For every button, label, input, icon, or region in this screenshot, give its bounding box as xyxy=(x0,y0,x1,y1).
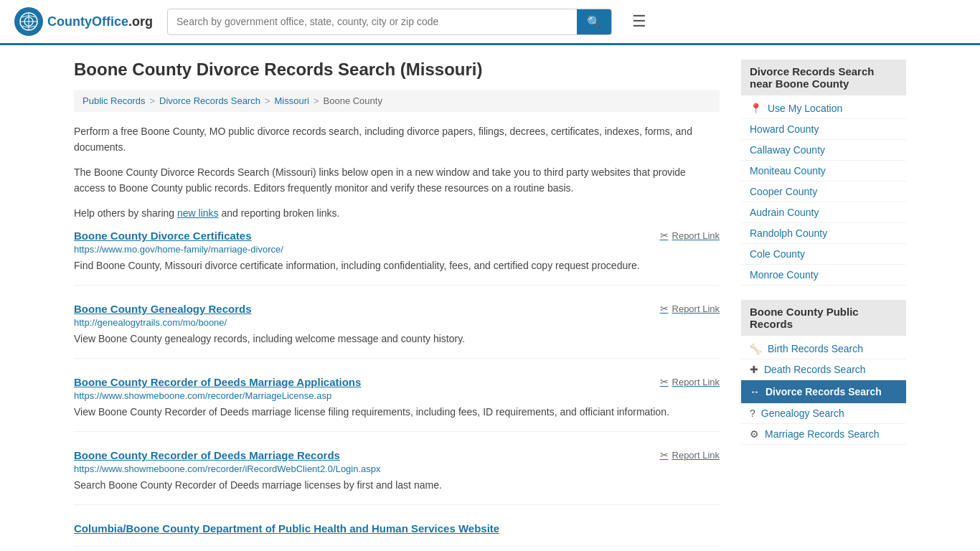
sidebar-item-cooper[interactable]: Cooper County xyxy=(741,182,906,202)
result-item: Boone County Genealogy Records ✂ Report … xyxy=(74,303,720,359)
breadcrumb-boone-county: Boone County xyxy=(324,95,382,106)
report-icon: ✂ xyxy=(660,230,669,241)
result-item: Boone County Recorder of Deeds Marriage … xyxy=(74,376,720,432)
report-link-3[interactable]: ✂ Report Link xyxy=(660,449,720,461)
result-title-row: Boone County Genealogy Records ✂ Report … xyxy=(74,303,720,315)
search-container: 🔍 xyxy=(167,9,612,35)
menu-button[interactable]: ☰ xyxy=(626,9,652,34)
new-links-link[interactable]: new links xyxy=(177,207,219,219)
result-title-row: Columbia/Boone County Department of Publ… xyxy=(74,522,720,534)
sidebar-item-birth-records[interactable]: 🦴 Birth Records Search xyxy=(741,339,906,359)
sidebar-item-divorce-records-active[interactable]: ↔ Divorce Records Search xyxy=(741,380,906,403)
result-title-row: Boone County Recorder of Deeds Marriage … xyxy=(74,449,720,461)
sidebar-item-genealogy[interactable]: ? Genealogy Search xyxy=(741,403,906,424)
result-item: Boone County Recorder of Deeds Marriage … xyxy=(74,449,720,505)
sidebar-public-records-heading: Boone County Public Records xyxy=(741,300,906,336)
breadcrumb-missouri[interactable]: Missouri xyxy=(275,95,309,106)
report-icon: ✂ xyxy=(660,303,669,314)
result-url-2: https://www.showmeboone.com/recorder/Mar… xyxy=(74,390,720,401)
death-icon: ✚ xyxy=(750,364,758,375)
result-link-3[interactable]: Boone County Recorder of Deeds Marriage … xyxy=(74,449,340,461)
report-link-1[interactable]: ✂ Report Link xyxy=(660,303,720,314)
sidebar: Divorce Records Search near Boone County… xyxy=(741,60,906,551)
result-link-4[interactable]: Columbia/Boone County Department of Publ… xyxy=(74,522,499,534)
result-link-1[interactable]: Boone County Genealogy Records xyxy=(74,303,252,315)
sidebar-item-audrain[interactable]: Audrain County xyxy=(741,202,906,223)
result-item: Columbia/Boone County Department of Publ… xyxy=(74,522,720,547)
sidebar-active-label: Divorce Records Search xyxy=(765,386,882,397)
logo-icon xyxy=(14,7,43,36)
search-icon: 🔍 xyxy=(587,16,601,28)
result-link-2[interactable]: Boone County Recorder of Deeds Marriage … xyxy=(74,376,361,388)
breadcrumb: Public Records > Divorce Records Search … xyxy=(74,90,720,112)
result-title-row: Boone County Divorce Certificates ✂ Repo… xyxy=(74,230,720,242)
result-desc-3: Search Boone County Recorder of Deeds ma… xyxy=(74,478,720,493)
sidebar-public-records-section: Boone County Public Records 🦴 Birth Reco… xyxy=(741,300,906,445)
search-button[interactable]: 🔍 xyxy=(577,9,611,34)
logo[interactable]: CountyOffice.org xyxy=(14,7,153,36)
birth-icon: 🦴 xyxy=(750,343,762,354)
result-url-3: https://www.showmeboone.com/recorder/iRe… xyxy=(74,463,720,474)
sidebar-item-marriage-records[interactable]: ⚙ Marriage Records Search xyxy=(741,424,906,445)
result-title-row: Boone County Recorder of Deeds Marriage … xyxy=(74,376,720,388)
hamburger-icon: ☰ xyxy=(632,12,646,30)
result-desc-1: View Boone County genealogy records, inc… xyxy=(74,331,720,347)
sidebar-item-cole[interactable]: Cole County xyxy=(741,244,906,265)
description-para1: Perform a free Boone County, MO public d… xyxy=(74,123,720,156)
report-icon: ✂ xyxy=(660,376,669,387)
logo-text: CountyOffice.org xyxy=(47,14,153,29)
report-link-2[interactable]: ✂ Report Link xyxy=(660,376,720,387)
results-list: Boone County Divorce Certificates ✂ Repo… xyxy=(74,230,720,547)
sidebar-item-randolph[interactable]: Randolph County xyxy=(741,223,906,244)
sidebar-nearby-heading: Divorce Records Search near Boone County xyxy=(741,60,906,95)
sidebar-item-moniteau[interactable]: Moniteau County xyxy=(741,161,906,182)
result-url-0: https://www.mo.gov/home-family/marriage-… xyxy=(74,244,720,255)
report-icon: ✂ xyxy=(660,449,669,461)
description-para2: The Boone County Divorce Records Search … xyxy=(74,164,720,197)
search-input[interactable] xyxy=(168,10,577,33)
sidebar-item-monroe[interactable]: Monroe County xyxy=(741,265,906,286)
sidebar-nearby-section: Divorce Records Search near Boone County… xyxy=(741,60,906,286)
sidebar-item-death-records[interactable]: ✚ Death Records Search xyxy=(741,359,906,380)
use-my-location-link[interactable]: Use My Location xyxy=(768,103,842,114)
breadcrumb-public-records[interactable]: Public Records xyxy=(83,95,145,106)
genealogy-icon: ? xyxy=(750,408,755,419)
result-desc-2: View Boone County Recorder of Deeds marr… xyxy=(74,405,720,420)
sidebar-item-callaway[interactable]: Callaway County xyxy=(741,140,906,161)
result-link-0[interactable]: Boone County Divorce Certificates xyxy=(74,230,252,242)
result-url-1: http://genealogytrails.com/mo/boone/ xyxy=(74,317,720,328)
result-desc-0: Find Boone County, Missouri divorce cert… xyxy=(74,258,720,273)
result-item: Boone County Divorce Certificates ✂ Repo… xyxy=(74,230,720,286)
page-title: Boone County Divorce Records Search (Mis… xyxy=(74,60,720,80)
report-link-0[interactable]: ✂ Report Link xyxy=(660,230,720,241)
marriage-icon: ⚙ xyxy=(750,428,759,440)
sidebar-item-howard[interactable]: Howard County xyxy=(741,119,906,140)
sidebar-use-location[interactable]: 📍 Use My Location xyxy=(741,98,906,119)
breadcrumb-divorce-records[interactable]: Divorce Records Search xyxy=(159,95,260,106)
divorce-icon: ↔ xyxy=(750,386,760,397)
location-icon: 📍 xyxy=(750,103,762,114)
description-para3: Help others by sharing new links and rep… xyxy=(74,205,720,221)
